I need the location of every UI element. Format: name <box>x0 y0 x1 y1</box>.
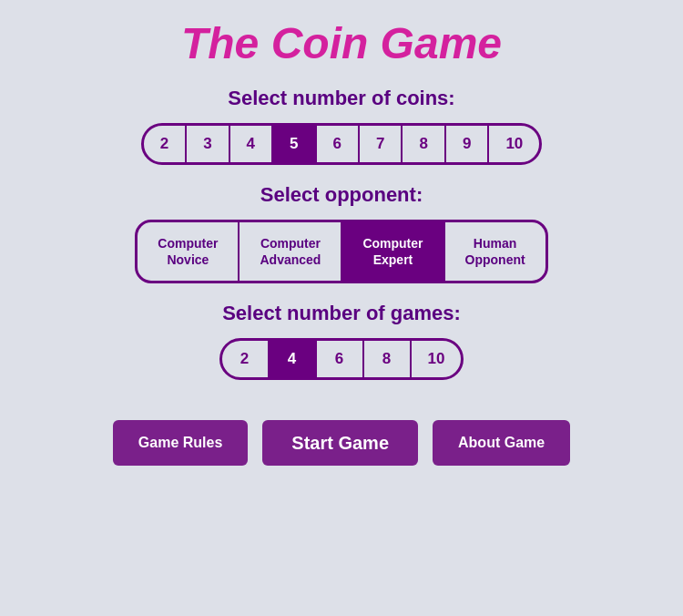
opponent-label: Select opponent: <box>260 183 423 207</box>
coin-option-8[interactable]: 8 <box>403 126 445 162</box>
games-option-2[interactable]: 2 <box>222 341 270 377</box>
coin-option-3[interactable]: 3 <box>187 126 229 162</box>
opponent-option-3[interactable]: HumanOpponent <box>445 222 545 281</box>
games-option-4[interactable]: 4 <box>270 341 317 377</box>
opponent-selector: ComputerNoviceComputerAdvancedComputerEx… <box>135 220 547 283</box>
opponent-option-2[interactable]: ComputerExpert <box>342 222 444 281</box>
opponent-section: Select opponent: ComputerNoviceComputerA… <box>0 183 683 283</box>
action-buttons: Game Rules Start Game About Game <box>113 420 570 466</box>
games-option-6[interactable]: 6 <box>317 341 364 377</box>
coin-option-6[interactable]: 6 <box>317 126 360 162</box>
games-selector: 246810 <box>219 338 464 380</box>
opponent-option-0[interactable]: ComputerNovice <box>138 222 240 281</box>
opponent-option-1[interactable]: ComputerAdvanced <box>240 222 342 281</box>
page-title: The Coin Game <box>181 18 502 68</box>
coin-option-9[interactable]: 9 <box>446 126 489 162</box>
coin-option-5[interactable]: 5 <box>273 126 316 162</box>
coin-option-2[interactable]: 2 <box>144 126 187 162</box>
games-option-8[interactable]: 8 <box>364 341 412 377</box>
about-game-button[interactable]: About Game <box>433 420 570 466</box>
games-option-10[interactable]: 10 <box>412 341 462 377</box>
game-rules-button[interactable]: Game Rules <box>113 420 248 466</box>
coin-option-4[interactable]: 4 <box>230 126 273 162</box>
coin-option-7[interactable]: 7 <box>360 126 403 162</box>
coins-section: Select number of coins: 2345678910 <box>0 87 683 165</box>
coins-selector: 2345678910 <box>141 123 543 165</box>
games-section: Select number of games: 246810 <box>0 302 683 380</box>
coin-option-10[interactable]: 10 <box>489 126 539 162</box>
start-game-button[interactable]: Start Game <box>262 420 418 466</box>
coins-label: Select number of coins: <box>228 87 454 110</box>
games-label: Select number of games: <box>222 302 461 325</box>
